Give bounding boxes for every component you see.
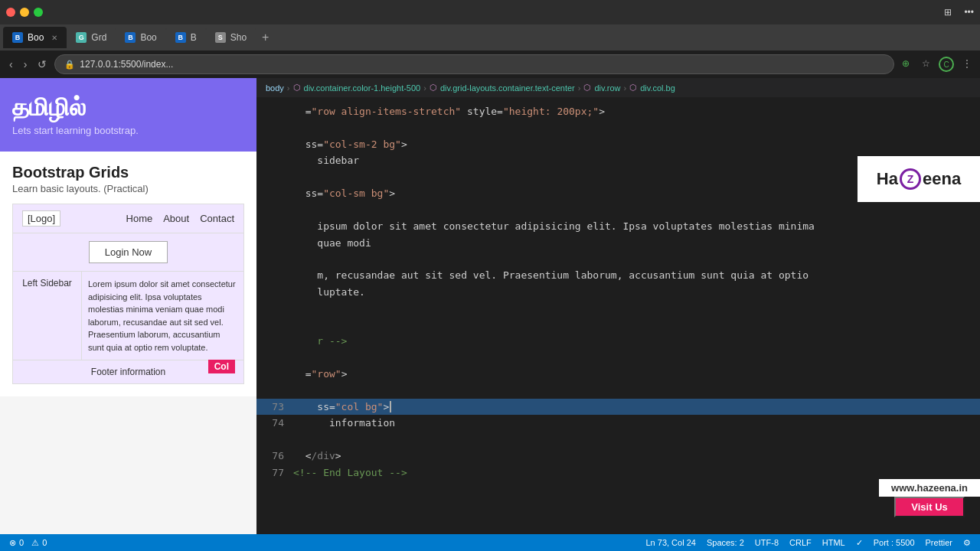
code-line-75	[256, 432, 980, 448]
code-pane: body › ⬡ div.container.color-1.height-50…	[256, 78, 980, 534]
tab-label: Boo	[28, 32, 44, 43]
grid-demo: [Logo] Home About Contact Login Now Left	[12, 204, 244, 384]
status-right: Ln 73, Col 24 Spaces: 2 UTF-8 CRLF HTML …	[645, 538, 971, 548]
warning-num: 0	[42, 538, 47, 547]
watermark-circle-z: Z	[900, 168, 921, 190]
encoding[interactable]: UTF-8	[755, 538, 779, 547]
window-maximize-button[interactable]	[34, 8, 43, 17]
breadcrumb-div2: div.grid-layouts.container.text-center	[440, 83, 575, 93]
check-icon: ✓	[856, 538, 863, 548]
breadcrumb-div1: div.container.color-1.height-500	[304, 83, 421, 93]
tab-grd[interactable]: G Grd	[67, 27, 116, 48]
nav-link-contact[interactable]: Contact	[200, 213, 234, 224]
language-mode[interactable]: HTML	[822, 538, 845, 547]
watermark-text2: eena	[923, 169, 961, 189]
breadcrumb-body: body	[266, 83, 284, 93]
extensions-icon[interactable]: ⊕	[899, 57, 913, 70]
code-line-16	[256, 350, 980, 366]
window-controls	[6, 8, 43, 17]
new-tab-button[interactable]: +	[256, 31, 275, 44]
watermark-logo: Ha Z eena	[858, 156, 980, 202]
code-line-3: ss="col-sm-2 bg">	[256, 136, 980, 152]
line-ending[interactable]: CRLF	[789, 538, 812, 547]
visit-us-button[interactable]: Visit Us	[894, 497, 964, 517]
code-line-8: ipsum dolor sit amet consectetur adipisi…	[256, 218, 980, 234]
profile-icon[interactable]: C	[939, 57, 954, 72]
more-icon[interactable]: ⋮	[960, 57, 974, 70]
reload-button[interactable]: ↺	[34, 57, 50, 72]
tab-close-icon[interactable]: ✕	[51, 34, 57, 42]
bookmark-icon[interactable]: ☆	[919, 57, 933, 70]
preview-pane: தமிழில் Lets start learning bootstrap. B…	[0, 78, 256, 534]
tab-label-sho: Sho	[230, 32, 247, 43]
status-left: ⊗ 0 ⚠ 0	[9, 538, 47, 548]
nav-link-about[interactable]: About	[163, 213, 189, 224]
code-line-2	[256, 119, 980, 135]
warning-icon: ⚠	[31, 538, 39, 548]
title-bar: ⊞ •••	[0, 0, 980, 24]
demo-logo: [Logo]	[22, 210, 60, 227]
code-line-14	[256, 317, 980, 333]
error-icon: ⊗	[9, 538, 16, 548]
tab-icon-grd: G	[76, 32, 87, 43]
tab-icon-b3: B	[175, 32, 186, 43]
code-line-76: 76 </div>	[256, 448, 980, 464]
sidebar-toggle-icon[interactable]: ⊞	[944, 7, 952, 18]
breadcrumb-div3: div.row	[594, 83, 620, 93]
tab-b3[interactable]: B B	[166, 27, 206, 48]
main-area: தமிழில் Lets start learning bootstrap. B…	[0, 78, 980, 534]
code-line-12: luptate.	[256, 284, 980, 300]
section-subtitle: Learn basic layouts. (Practical)	[12, 183, 244, 194]
tab-bar: B Boo ✕ G Grd B Boo B B S Sho +	[0, 24, 980, 51]
code-line-73: 73 ss="col bg">	[256, 399, 980, 415]
watermark-text1: Ha	[877, 169, 898, 189]
breadcrumb-bar: body › ⬡ div.container.color-1.height-50…	[256, 78, 980, 97]
prettier-btn[interactable]: Prettier	[926, 538, 952, 547]
port-status[interactable]: Port : 5500	[874, 538, 915, 547]
address-icons: ⊕ ☆ C ⋮	[899, 57, 974, 72]
tab-label-boo2: Boo	[140, 32, 156, 43]
demo-sidebar-label: Left Sidebar	[13, 272, 82, 360]
code-line-18	[256, 382, 980, 398]
tab-label-b3: B	[191, 32, 197, 43]
more-options-icon[interactable]: •••	[964, 7, 974, 18]
code-line-10	[256, 251, 980, 267]
status-bar: ⊗ 0 ⚠ 0 Ln 73, Col 24 Spaces: 2 UTF-8 CR…	[0, 534, 980, 551]
demo-content-row: Left Sidebar Lorem ipsum dolor sit amet …	[13, 272, 243, 360]
settings-icon[interactable]: ⚙	[963, 538, 971, 548]
watermark-logo-area: Ha Z eena	[858, 156, 980, 202]
window-close-button[interactable]	[6, 8, 15, 17]
code-line-1: ="row align-items-stretch" style="height…	[256, 103, 980, 119]
breadcrumb-arrow2: ⬡	[430, 83, 437, 93]
code-line-13	[256, 300, 980, 316]
address-bar: ‹ › ↺ 🔒 127.0.0.1:5500/index... ⊕ ☆ C ⋮	[0, 51, 980, 78]
cursor-position[interactable]: Ln 73, Col 24	[645, 538, 695, 547]
tab-active[interactable]: B Boo ✕	[3, 27, 67, 48]
window-minimize-button[interactable]	[20, 8, 29, 17]
error-count[interactable]: ⊗ 0 ⚠ 0	[9, 538, 47, 548]
watermark-url: www.hazeena.in	[879, 479, 980, 497]
demo-login-row: Login Now	[13, 233, 243, 272]
tab-icon-b: B	[12, 32, 23, 43]
back-button[interactable]: ‹	[6, 57, 16, 72]
demo-main-content: Lorem ipsum dolor sit amet consectetur a…	[82, 272, 243, 360]
indent-spaces[interactable]: Spaces: 2	[707, 538, 744, 547]
section-title: Bootstrap Grids	[12, 164, 244, 181]
preview-body: Bootstrap Grids Learn basic layouts. (Pr…	[0, 152, 256, 396]
tab-sho[interactable]: S Sho	[206, 27, 256, 48]
code-line-77: 77 <!-- End Layout -->	[256, 465, 980, 481]
login-now-button[interactable]: Login Now	[89, 241, 168, 263]
browser-chrome: ⊞ ••• B Boo ✕ G Grd B Boo B B S Sho + ‹ …	[0, 0, 980, 78]
address-input[interactable]: 🔒 127.0.0.1:5500/index...	[54, 54, 894, 74]
forward-button[interactable]: ›	[21, 57, 31, 72]
watermark-bottom: www.hazeena.in Visit Us	[879, 479, 980, 517]
preview-subtitle: Lets start learning bootstrap.	[12, 125, 244, 136]
tab-boo2[interactable]: B Boo	[116, 27, 165, 48]
code-line-17: ="row">	[256, 366, 980, 382]
breadcrumb-div4: div.col.bg	[640, 83, 675, 93]
tab-icon-boo2: B	[125, 32, 136, 43]
address-text: 127.0.0.1:5500/index...	[80, 59, 173, 70]
error-num: 0	[19, 538, 24, 547]
preview-header: தமிழில் Lets start learning bootstrap.	[0, 78, 256, 152]
nav-link-home[interactable]: Home	[126, 213, 153, 224]
